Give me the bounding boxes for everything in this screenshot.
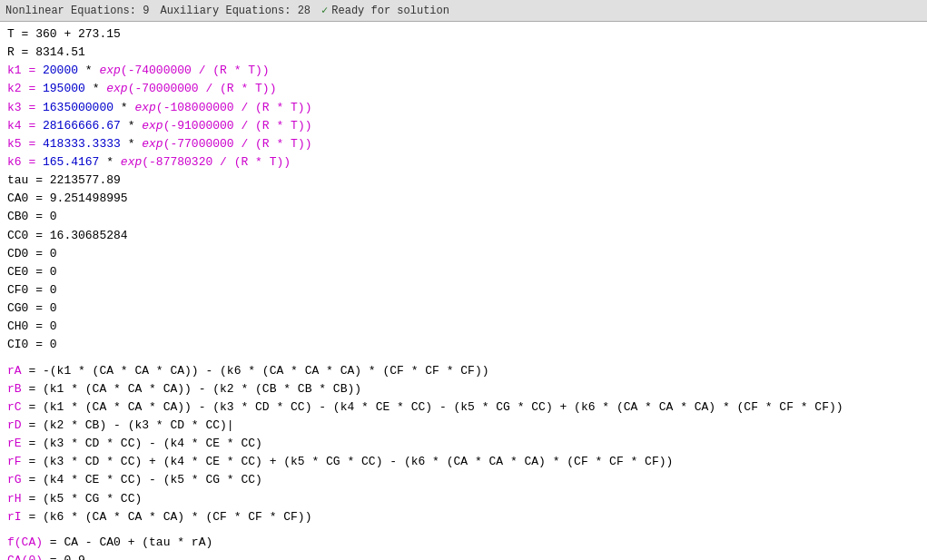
nonlinear-count: Nonlinear Equations: 9	[5, 5, 149, 17]
code-line: f(CA) = CA - CA0 + (tau * rA)	[7, 534, 920, 552]
code-line: CA0 = 9.251498995	[7, 190, 920, 208]
code-line: tau = 2213577.89	[7, 172, 920, 190]
code-line: CC0 = 16.30685284	[7, 227, 920, 245]
code-line: rG = (k4 * CE * CC) - (k5 * CG * CC)	[7, 471, 920, 489]
code-line: T = 360 + 273.15	[7, 25, 920, 44]
code-line: CA(0) = 0.9	[7, 552, 920, 560]
code-line: rE = (k3 * CD * CC) - (k4 * CE * CC)	[7, 435, 920, 453]
code-line: rD = (k2 * CB) - (k3 * CD * CC)|	[7, 417, 920, 435]
code-line: CG0 = 0	[7, 300, 920, 318]
auxiliary-count: Auxiliary Equations: 28	[160, 5, 311, 17]
nonlinear-label: Nonlinear Equations: 9	[5, 5, 149, 17]
ready-status: ✓ Ready for solution	[321, 4, 449, 17]
checkmark-icon: ✓	[321, 4, 328, 17]
code-line: k5 = 418333.3333 * exp(-77000000 / (R * …	[7, 135, 920, 153]
code-line: CD0 = 0	[7, 245, 920, 263]
auxiliary-label: Auxiliary Equations: 28	[160, 5, 311, 17]
empty-line	[7, 355, 920, 362]
code-line: CF0 = 0	[7, 281, 920, 300]
code-line: CE0 = 0	[7, 263, 920, 281]
code-line: k6 = 165.4167 * exp(-87780320 / (R * T))	[7, 153, 920, 172]
code-line: k1 = 20000 * exp(-74000000 / (R * T))	[7, 62, 920, 80]
code-line: CI0 = 0	[7, 336, 920, 354]
code-line: k2 = 195000 * exp(-70000000 / (R * T))	[7, 80, 920, 98]
code-line: R = 8314.51	[7, 44, 920, 62]
ready-text: Ready for solution	[331, 5, 449, 17]
code-line: rA = -(k1 * (CA * CA * CA)) - (k6 * (CA …	[7, 362, 920, 380]
toolbar: Nonlinear Equations: 9 Auxiliary Equatio…	[0, 0, 927, 22]
code-line: rF = (k3 * CD * CC) + (k4 * CE * CC) + (…	[7, 453, 920, 471]
code-line: rB = (k1 * (CA * CA * CA)) - (k2 * (CB *…	[7, 380, 920, 398]
empty-line	[7, 526, 920, 534]
code-line: rH = (k5 * CG * CC)	[7, 490, 920, 508]
code-line: CH0 = 0	[7, 318, 920, 336]
code-line: k3 = 1635000000 * exp(-108000000 / (R * …	[7, 99, 920, 117]
code-line: CB0 = 0	[7, 208, 920, 226]
equation-editor[interactable]: T = 360 + 273.15R = 8314.51k1 = 20000 * …	[0, 22, 927, 560]
code-line: k4 = 28166666.67 * exp(-91000000 / (R * …	[7, 117, 920, 135]
code-line: rI = (k6 * (CA * CA * CA) * (CF * CF * C…	[7, 508, 920, 526]
code-line: rC = (k1 * (CA * CA * CA)) - (k3 * CD * …	[7, 398, 920, 417]
